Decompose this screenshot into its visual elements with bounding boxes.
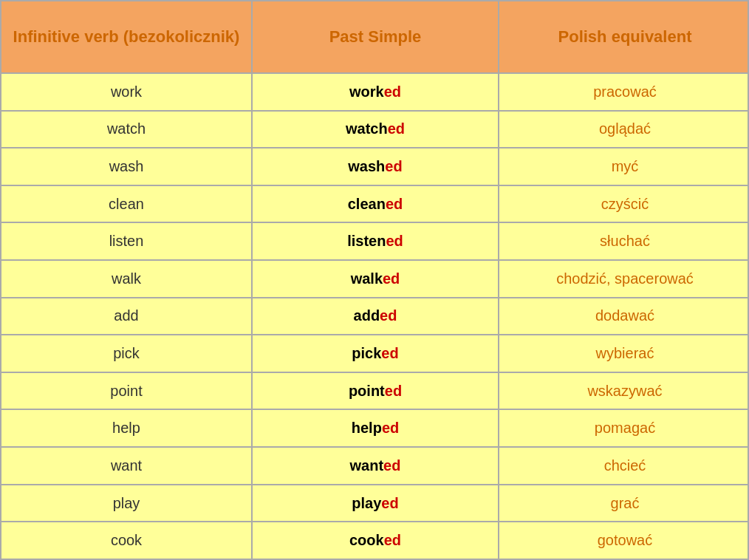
table-row: pointpointedwskazywać xyxy=(0,373,749,411)
cell-past-simple: washed xyxy=(253,148,499,185)
table-row: playplayedgrać xyxy=(0,485,749,523)
past-suffix: ed xyxy=(380,307,397,324)
cell-polish: wskazywać xyxy=(499,373,749,409)
header-polish: Polish equivalent xyxy=(499,1,749,72)
table-row: walkwalkedchodzić, spacerować xyxy=(0,261,749,298)
cell-infinitive: walk xyxy=(1,261,253,297)
table-row: listenlistenedsłuchać xyxy=(0,223,749,261)
cell-past-simple: cooked xyxy=(253,522,499,559)
cell-polish: czyścić xyxy=(499,186,749,222)
past-base: play xyxy=(352,495,381,512)
header-infinitive: Infinitive verb (bezokolicznik) xyxy=(1,1,253,72)
cell-past-simple: worked xyxy=(253,74,499,110)
cell-polish: pracować xyxy=(499,74,749,110)
main-table: Infinitive verb (bezokolicznik) Past Sim… xyxy=(0,0,749,560)
cell-past-simple: wanted xyxy=(253,448,499,484)
table-body: workworkedpracowaćwatchwatchedoglądaćwas… xyxy=(0,74,749,560)
cell-polish: dodawać xyxy=(499,298,749,335)
cell-infinitive: work xyxy=(1,74,253,110)
cell-past-simple: played xyxy=(253,485,499,522)
past-base: help xyxy=(352,420,382,437)
table-row: workworkedpracować xyxy=(0,74,749,112)
cell-infinitive: cook xyxy=(1,522,253,559)
past-suffix: ed xyxy=(385,383,402,400)
cell-polish: grać xyxy=(499,485,749,522)
past-suffix: ed xyxy=(381,495,398,512)
table-row: cookcookedgotować xyxy=(0,522,749,560)
cell-past-simple: picked xyxy=(253,335,499,372)
cell-infinitive: play xyxy=(1,485,253,522)
cell-past-simple: watched xyxy=(253,112,499,148)
table-row: wantwantedchcieć xyxy=(0,448,749,485)
past-suffix: ed xyxy=(384,532,401,549)
past-suffix: ed xyxy=(382,420,399,437)
cell-polish: wybierać xyxy=(499,335,749,372)
cell-polish: chcieć xyxy=(499,448,749,484)
cell-past-simple: added xyxy=(253,298,499,335)
past-base: add xyxy=(354,307,380,324)
past-suffix: ed xyxy=(383,457,400,474)
past-base: cook xyxy=(349,532,384,549)
cell-past-simple: walked xyxy=(253,261,499,297)
cell-polish: gotować xyxy=(499,522,749,559)
past-base: pick xyxy=(352,345,381,362)
cell-infinitive: help xyxy=(1,410,253,446)
table-row: watchwatchedoglądać xyxy=(0,112,749,149)
past-suffix: ed xyxy=(386,196,403,213)
past-base: watch xyxy=(346,120,388,137)
cell-past-simple: cleaned xyxy=(253,186,499,222)
cell-polish: słuchać xyxy=(499,223,749,259)
past-suffix: ed xyxy=(384,83,401,100)
cell-infinitive: point xyxy=(1,373,253,409)
past-base: point xyxy=(349,383,385,400)
cell-infinitive: want xyxy=(1,448,253,484)
cell-polish: myć xyxy=(499,148,749,185)
table-row: addaddeddodawać xyxy=(0,298,749,336)
cell-infinitive: wash xyxy=(1,148,253,185)
past-suffix: ed xyxy=(385,158,402,175)
past-suffix: ed xyxy=(386,233,403,250)
cell-past-simple: listened xyxy=(253,223,499,259)
cell-past-simple: pointed xyxy=(253,373,499,409)
cell-infinitive: watch xyxy=(1,112,253,148)
table-row: cleancleanedczyścić xyxy=(0,186,749,224)
cell-polish: pomagać xyxy=(499,410,749,446)
header-past-simple: Past Simple xyxy=(253,1,499,72)
table-header: Infinitive verb (bezokolicznik) Past Sim… xyxy=(0,0,749,74)
past-base: listen xyxy=(347,233,386,250)
past-base: wash xyxy=(348,158,385,175)
cell-infinitive: pick xyxy=(1,335,253,372)
past-suffix: ed xyxy=(383,270,400,287)
table-row: helphelpedpomagać xyxy=(0,410,749,448)
table-row: pickpickedwybierać xyxy=(0,335,749,373)
past-base: work xyxy=(349,83,384,100)
past-base: clean xyxy=(348,196,386,213)
cell-infinitive: add xyxy=(1,298,253,335)
past-base: want xyxy=(350,457,384,474)
cell-polish: chodzić, spacerować xyxy=(499,261,749,297)
cell-infinitive: listen xyxy=(1,223,253,259)
past-suffix: ed xyxy=(381,345,398,362)
cell-polish: oglądać xyxy=(499,112,749,148)
table-row: washwashedmyć xyxy=(0,148,749,186)
cell-infinitive: clean xyxy=(1,186,253,222)
past-base: walk xyxy=(351,270,383,287)
past-suffix: ed xyxy=(388,120,405,137)
cell-past-simple: helped xyxy=(253,410,499,446)
